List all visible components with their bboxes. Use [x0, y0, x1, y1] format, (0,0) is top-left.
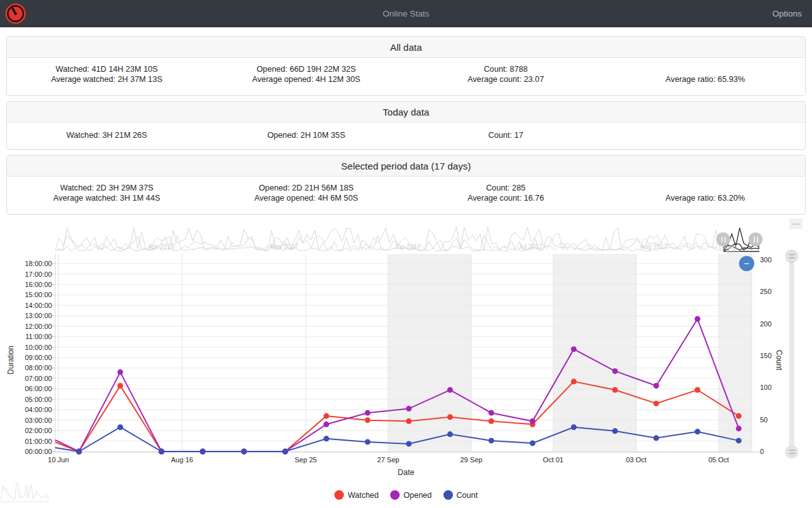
stat-column: Opened: 2H 10M 35S — [207, 130, 407, 140]
series-count-point[interactable] — [159, 449, 164, 455]
duration-tick-label: 06:00:00 — [1, 384, 52, 393]
stat-line — [606, 183, 806, 193]
panel-title: Selected period data (17 days) — [7, 156, 805, 177]
series-count-point[interactable] — [406, 441, 412, 446]
series-count-point[interactable] — [612, 428, 618, 434]
zoom-out-button[interactable]: − — [739, 256, 754, 271]
stat-line: Average watched: 2H 37M 13S — [7, 74, 207, 84]
series-count-point[interactable] — [447, 431, 453, 437]
series-opened-point[interactable] — [653, 383, 659, 389]
stat-line: Average count: 16.76 — [406, 193, 606, 203]
count-tick-label: 100 — [760, 383, 771, 392]
series-count-point[interactable] — [653, 435, 659, 441]
count-axis-slider[interactable] — [789, 255, 794, 452]
duration-tick-label: 16:00:00 — [1, 280, 52, 289]
chart-area: ⋯ Apr 2017May 2017Jun 2017Jul 2017Aug 20… — [0, 216, 812, 508]
stat-line: Average opened: 4H 6M 50S — [207, 193, 407, 203]
legend-swatch-icon — [443, 490, 453, 500]
series-count-point[interactable] — [117, 424, 123, 430]
series-opened-point[interactable] — [530, 418, 535, 424]
series-opened-point[interactable] — [365, 410, 370, 416]
series-watched-point[interactable] — [653, 401, 659, 406]
legend-item-opened[interactable]: Opened — [390, 490, 431, 500]
series-count-point[interactable] — [695, 429, 700, 434]
main-plot — [51, 254, 760, 455]
series-count-point[interactable] — [324, 436, 329, 441]
stat-line: Count: 8788 — [406, 64, 606, 74]
legend-item-count[interactable]: Count — [443, 490, 478, 500]
series-opened-point[interactable] — [488, 410, 494, 416]
stat-column: Opened: 66D 19H 22M 32SAverage opened: 4… — [207, 64, 407, 84]
series-count-point[interactable] — [530, 440, 535, 446]
series-watched-point[interactable] — [324, 413, 329, 419]
series-watched-point[interactable] — [447, 414, 453, 420]
series-opened-point[interactable] — [695, 316, 700, 322]
date-tick-label: Sep 25 — [295, 455, 317, 464]
series-watched-point[interactable] — [612, 387, 618, 393]
series-watched-point[interactable] — [406, 418, 412, 424]
count-tick-label: 50 — [760, 415, 768, 424]
series-count-point[interactable] — [365, 439, 370, 444]
series-watched-point[interactable] — [117, 383, 123, 389]
stat-line: Average opened: 4H 12M 30S — [207, 74, 407, 84]
series-opened-point[interactable] — [736, 425, 742, 431]
stat-column: Opened: 2D 21H 56M 18SAverage opened: 4H… — [207, 183, 407, 203]
duration-tick-label: 02:00:00 — [1, 426, 52, 435]
shaded-band — [719, 254, 752, 452]
duration-tick-label: 04:00:00 — [1, 405, 52, 414]
stat-column: Watched: 41D 14H 23M 10SAverage watched:… — [7, 64, 207, 84]
series-opened-point[interactable] — [117, 370, 123, 375]
series-count-point[interactable] — [76, 449, 82, 455]
series-watched-point[interactable] — [488, 418, 494, 424]
stat-column: Average ratio: 63.20% — [606, 183, 806, 203]
date-tick-label: Aug 16 — [171, 455, 193, 464]
stat-line — [606, 130, 806, 140]
series-watched-point[interactable] — [365, 417, 370, 423]
count-tick-label: 0 — [760, 447, 764, 456]
legend-label: Count — [457, 491, 478, 500]
date-tick-label: 03 Oct — [626, 455, 646, 464]
range-navigator[interactable] — [55, 224, 759, 253]
grip-icon — [789, 450, 795, 454]
duration-tick-label: 01:00:00 — [1, 437, 52, 446]
grip-icon — [789, 254, 795, 258]
duration-tick-label: 05:00:00 — [1, 395, 52, 404]
date-tick-label: 05 Oct — [709, 455, 729, 464]
grip-icon — [721, 237, 726, 243]
legend-item-watched[interactable]: Watched — [334, 490, 379, 500]
series-watched-point[interactable] — [571, 378, 577, 384]
duration-tick-label: 11:00:00 — [1, 332, 52, 341]
series-opened-point[interactable] — [406, 406, 412, 411]
series-count-point[interactable] — [200, 449, 206, 455]
panel-title: Today data — [7, 102, 805, 123]
options-button[interactable]: Options — [772, 9, 802, 18]
count-tick-label: 150 — [760, 351, 771, 360]
count-tick-label: 200 — [760, 319, 771, 328]
series-opened-point[interactable] — [447, 387, 453, 393]
navigator-handle-right[interactable] — [749, 232, 763, 246]
date-tick-label: 10 Jun — [48, 455, 69, 464]
slider-handle-bottom[interactable] — [785, 445, 798, 458]
series-opened-point[interactable] — [324, 422, 329, 427]
duration-tick-label: 00:00:00 — [1, 447, 52, 456]
count-tick-label: 250 — [760, 287, 771, 296]
slider-handle-top[interactable] — [785, 250, 798, 262]
series-count-point[interactable] — [736, 438, 742, 443]
series-opened-point[interactable] — [571, 346, 577, 352]
date-tick-label: 29 Sep — [461, 455, 483, 464]
series-count-point[interactable] — [571, 424, 577, 430]
navigator-selected-window[interactable] — [55, 227, 759, 251]
page-title: Online Stats — [0, 9, 812, 18]
chart-menu-button[interactable]: ⋯ — [789, 218, 802, 229]
stat-line: Opened: 2D 21H 56M 18S — [207, 183, 407, 193]
series-opened-point[interactable] — [612, 368, 618, 374]
date-tick-label: 27 Sep — [377, 455, 400, 464]
stat-line: Opened: 66D 19H 22M 32S — [207, 64, 407, 74]
series-count-point[interactable] — [241, 449, 247, 455]
series-count-point[interactable] — [488, 438, 494, 443]
series-watched-point[interactable] — [695, 387, 700, 393]
series-watched-point[interactable] — [736, 413, 742, 419]
stat-line: Average count: 23.07 — [406, 74, 606, 84]
series-count-point[interactable] — [282, 449, 288, 455]
all-data-panel: All data Watched: 41D 14H 23M 10SAverage… — [6, 36, 806, 96]
